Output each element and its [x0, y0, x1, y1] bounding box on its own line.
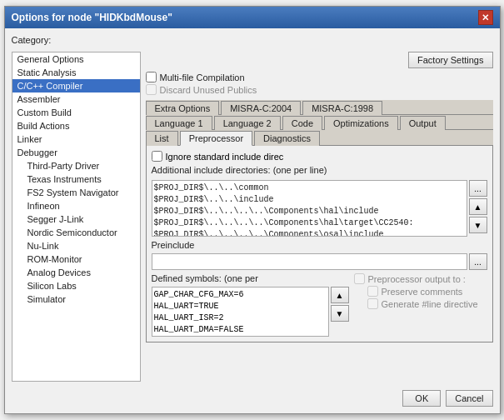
- sidebar-item-segger-jlink[interactable]: Segger J-Link: [12, 212, 140, 226]
- sidebar-item-build-actions[interactable]: Build Actions: [12, 119, 140, 132]
- discard-unused-publics-checkbox[interactable]: [146, 84, 157, 95]
- sidebar-item-custom-build[interactable]: Custom Build: [12, 106, 140, 119]
- sidebar-item-debugger[interactable]: Debugger: [12, 146, 140, 159]
- tab-language-1[interactable]: Language 1: [146, 116, 212, 130]
- footer-row: OK Cancel: [12, 387, 493, 407]
- sidebar-item-nu-link[interactable]: Nu-Link: [12, 239, 140, 252]
- include-paths-list[interactable]: $PROJ_DIR$\..\..\common$PROJ_DIR$\..\..\…: [152, 180, 467, 237]
- sidebar-item-rom-monitor[interactable]: ROM-Monitor: [12, 252, 140, 266]
- defined-symbols-area: GAP_CHAR_CFG_MAX=6HAL_UART=TRUEHAL_UART_…: [152, 287, 349, 337]
- defined-left: Defined symbols: (one per GAP_CHAR_CFG_M…: [152, 273, 349, 337]
- sidebar-item-analog-devices[interactable]: Analog Devices: [12, 266, 140, 279]
- tab-misra-c-1998[interactable]: MISRA-C:1998: [302, 101, 382, 115]
- preserve-comments-label[interactable]: Preserve comments: [354, 286, 487, 297]
- ok-button[interactable]: OK: [402, 390, 441, 407]
- include-paths-row: $PROJ_DIR$\..\..\common$PROJ_DIR$\..\..\…: [152, 180, 487, 237]
- sidebar-item-texas-instruments[interactable]: Texas Instruments: [12, 172, 140, 186]
- sidebar-item-assembler[interactable]: Assembler: [12, 92, 140, 106]
- generate-line-directives-checkbox[interactable]: [367, 298, 378, 309]
- ignore-std-include-text: Ignore standard include direc: [166, 152, 284, 162]
- sidebar-item-silicon-labs[interactable]: Silicon Labs: [12, 279, 140, 292]
- category-label: Category:: [12, 35, 493, 45]
- tab-preprocessor[interactable]: Preprocessor: [180, 131, 252, 146]
- preserve-comments-checkbox[interactable]: [367, 286, 378, 297]
- symbols-down-button[interactable]: ▼: [331, 305, 349, 322]
- tab-extra-options[interactable]: Extra Options: [146, 101, 220, 115]
- sidebar: General OptionsStatic AnalysisC/C++ Comp…: [12, 52, 141, 382]
- content-panel: Factory Settings Multi-file Compilation …: [146, 52, 493, 382]
- preprocessor-output-checkbox[interactable]: [354, 273, 365, 284]
- include-side-buttons: ... ▲ ▼: [469, 180, 487, 237]
- include-ellipsis-button[interactable]: ...: [469, 180, 487, 197]
- preinclude-row: ...: [152, 253, 487, 270]
- ignore-std-include-checkbox[interactable]: [152, 151, 162, 162]
- tab-optimizations[interactable]: Optimizations: [324, 116, 398, 130]
- defined-symbols-label: Defined symbols: (one per: [152, 273, 349, 283]
- include-up-button[interactable]: ▲: [469, 198, 487, 215]
- preinclude-input[interactable]: [152, 253, 467, 270]
- preprocessor-output-label[interactable]: Preprocessor output to :: [354, 273, 487, 284]
- preinclude-ellipsis-button[interactable]: ...: [469, 253, 487, 270]
- title-bar: Options for node "HIDKbdMouse" ✕: [5, 7, 500, 28]
- tab-output[interactable]: Output: [400, 116, 446, 130]
- defined-right: Preprocessor output to : Preserve commen…: [354, 273, 487, 337]
- preinclude-label: Preinclude: [152, 240, 487, 250]
- factory-row: Factory Settings: [146, 52, 493, 68]
- tab-code[interactable]: Code: [282, 116, 322, 130]
- options-dialog: Options for node "HIDKbdMouse" ✕ Categor…: [4, 6, 501, 414]
- ignore-std-include-row: Ignore standard include direc: [152, 151, 487, 162]
- tab-diagnostics[interactable]: Diagnostics: [254, 131, 320, 146]
- tab-misra-c-2004[interactable]: MISRA-C:2004: [221, 101, 301, 115]
- multi-file-compilation-label[interactable]: Multi-file Compilation: [146, 72, 493, 82]
- main-area: General OptionsStatic AnalysisC/C++ Comp…: [12, 52, 493, 382]
- multi-file-compilation-checkbox[interactable]: [146, 72, 157, 82]
- include-down-button[interactable]: ▼: [469, 217, 487, 233]
- sidebar-item-infineon[interactable]: Infineon: [12, 199, 140, 212]
- checkbox-group: Multi-file Compilation Discard Unused Pu…: [146, 72, 493, 95]
- cancel-button[interactable]: Cancel: [446, 390, 492, 407]
- symbols-side-buttons: ▲ ▼: [331, 287, 349, 337]
- sidebar-item-linker[interactable]: Linker: [12, 132, 140, 146]
- factory-settings-button[interactable]: Factory Settings: [408, 52, 492, 68]
- sidebar-item-third-party-driver[interactable]: Third-Party Driver: [12, 159, 140, 172]
- defined-section: Defined symbols: (one per GAP_CHAR_CFG_M…: [152, 273, 487, 337]
- dialog-body: Category: General OptionsStatic Analysis…: [5, 28, 500, 413]
- tab-row-1: Extra OptionsMISRA-C:2004MISRA-C:1998: [146, 100, 493, 115]
- tabs-group: Extra OptionsMISRA-C:2004MISRA-C:1998 La…: [146, 100, 493, 342]
- tab-language-2[interactable]: Language 2: [214, 116, 281, 130]
- discard-unused-publics-label[interactable]: Discard Unused Publics: [146, 84, 493, 95]
- tab-list[interactable]: List: [146, 131, 178, 146]
- dialog-title: Options for node "HIDKbdMouse": [12, 12, 172, 23]
- sidebar-item-cpp-compiler[interactable]: C/C++ Compiler: [12, 79, 140, 92]
- sidebar-item-simulator[interactable]: Simulator: [12, 292, 140, 306]
- generate-line-directives-label[interactable]: Generate #line directive: [354, 298, 487, 309]
- tab-row-2: Language 1Language 2CodeOptimizationsOut…: [146, 115, 493, 130]
- inner-panel: Ignore standard include direc Additional…: [146, 146, 493, 342]
- sidebar-item-nordic-semiconductor[interactable]: Nordic Semiconductor: [12, 226, 140, 239]
- close-button[interactable]: ✕: [478, 10, 493, 25]
- sidebar-item-static-analysis[interactable]: Static Analysis: [12, 66, 140, 79]
- sidebar-item-general-options[interactable]: General Options: [12, 52, 140, 66]
- tab-row-3: ListPreprocessorDiagnostics: [146, 130, 493, 146]
- symbols-list[interactable]: GAP_CHAR_CFG_MAX=6HAL_UART=TRUEHAL_UART_…: [152, 287, 329, 337]
- additional-include-label: Additional include directories: (one per…: [152, 165, 487, 175]
- symbols-up-button[interactable]: ▲: [331, 287, 349, 303]
- sidebar-item-fs2-system-navigator[interactable]: FS2 System Navigator: [12, 186, 140, 199]
